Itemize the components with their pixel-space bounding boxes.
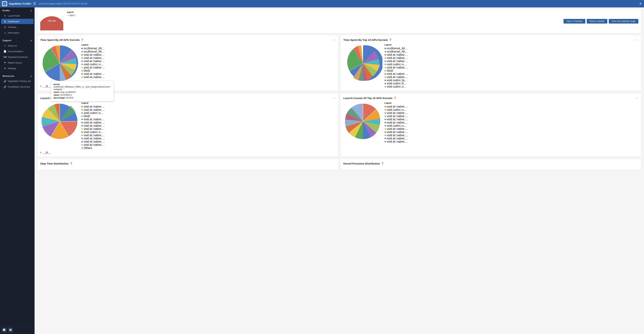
top-buttons-row: Open in Timeline Reset to default Zoom i… (564, 19, 638, 23)
reset-default-button[interactable]: Reset to default (587, 19, 607, 23)
chart2-legend: Legend ncclKernel_AllReduce_Ri...ncclKer… (384, 44, 408, 88)
chart2-more-icon[interactable]: ⋯ (636, 38, 638, 42)
sidebar-item-keyboard-shortcuts[interactable]: ⌨ Keyboard shortcuts (1, 54, 34, 60)
chart2-title: Time Spent By Top 15 GPU Kernels ❓ ⋯ (344, 38, 638, 42)
chart1-k-row: k (40, 85, 335, 88)
legend-item: DtoD (384, 69, 408, 72)
chart1-help-icon[interactable]: ❓ (81, 38, 84, 41)
sidebar-item-timeline[interactable]: ⊟ Timeline (1, 24, 34, 30)
legend-item: void at::native::unrolled_... (81, 140, 105, 143)
legend-item: void at::native::vectorize... (81, 76, 105, 79)
chart4-help-icon[interactable]: ❓ (394, 97, 396, 99)
sidebar-item-information[interactable]: ℹ Information (1, 30, 34, 35)
legend-item: void at::native::vectorize... (384, 121, 408, 124)
chart-row-2: Launch Counts Of All GPU Kernels ❓ ⋯ (38, 94, 641, 157)
chart-row-1: Time Spent By All GPU Kernels ❓ ⋯ (38, 35, 641, 91)
support-chevron[interactable]: ▲ (30, 39, 32, 41)
topbar-instance: pt-resnet-smppy-1xg4dn-2023-05-19-23-07-… (39, 2, 87, 5)
sidebar-item-load-profile[interactable]: ⬆ Load Profile (1, 13, 34, 18)
chart-launch-all: Launch Counts Of All GPU Kernels ❓ ⋯ (38, 94, 338, 157)
legend-item: void at::native::unrolled_... (384, 72, 408, 76)
topbar-close-icon[interactable]: ✕ (639, 2, 642, 6)
chart5-title: Step Time Distribution ❓ (40, 162, 335, 165)
timeline-icon: ⊟ (4, 26, 6, 28)
settings-icon: ⚙ (4, 67, 6, 70)
sidebar-item-dashboard[interactable]: ⊞ Dashboard (1, 19, 34, 24)
sagemaker-logo (2, 1, 7, 6)
legend-item: void at::native::vectorize... (384, 105, 408, 108)
legend-item: Others (81, 147, 105, 150)
legend-item: void at::native::vectorize... (384, 53, 408, 56)
chart-step-distribution: Step Time Distribution ❓ (38, 159, 338, 170)
legend-item: void at::native::vectorize... (384, 111, 408, 115)
legend-item: void at::native::vectorize... (384, 66, 408, 69)
chart3-k-input[interactable] (42, 151, 51, 154)
chart3-legend-items: void at::native::vectorize...void at::na… (81, 105, 105, 150)
sidebar-bottom: 📊 🔢 (0, 326, 34, 334)
sidebar: Profile ▲ ⬆ Load Profile ⊞ Dashboard ⊟ T… (0, 7, 34, 334)
chart1-title: Time Spent By All GPU Kernels ❓ ⋯ (40, 38, 335, 42)
tooltip-name-value: long, ncclWork*) (60, 91, 76, 93)
chart1-body: kernel ncclKernel_AllReduce_RING_LL_Sum_… (40, 44, 335, 83)
sidebar-item-sagemaker-training[interactable]: 🔗 SageMaker Training Job (1, 79, 34, 84)
about-icon: ℹ (4, 44, 6, 47)
legend-item: void at::native::vectorize... (384, 137, 408, 140)
top-partial-card: CPU idle legend — algo-1 Open in Timelin… (38, 9, 641, 33)
legend-item: void at::native::unrolled_... (384, 127, 408, 131)
chart4-more-icon[interactable]: ⋯ (636, 96, 638, 100)
topbar-title: SageMaker Profiler (9, 2, 31, 5)
legend-item: void at::native::vectorize... (81, 137, 105, 140)
legend-title: legend (67, 11, 92, 13)
topbar: SageMaker Profiler ☰ pt-resnet-smppy-1xg… (0, 0, 644, 7)
open-timeline-button[interactable]: Open in Timeline (564, 19, 585, 23)
chart-kernel-precision: Kernel Precision Distribution ❓ (340, 159, 641, 170)
chart3-more-icon[interactable]: ⋯ (332, 96, 335, 100)
chart3-help-icon[interactable]: ❓ (86, 97, 88, 99)
sidebar-item-report-issues[interactable]: ⚑ Report issuus (1, 60, 34, 65)
chart3-title: Launch Counts Of All GPU Kernels ❓ ⋯ (40, 96, 335, 100)
legend-item: void at::native::vectorize... (81, 60, 105, 63)
chart-row-3: Step Time Distribution ❓ Kernel Precisio… (38, 159, 641, 170)
legend-item: void at::native::vectorize... (384, 76, 408, 79)
chart1-more-icon[interactable]: ⋯ (332, 38, 335, 42)
topbar-menu[interactable]: ☰ (33, 2, 36, 6)
bottom-icon-1[interactable]: 📊 (2, 327, 7, 333)
resources-chevron[interactable]: ▲ (30, 75, 32, 77)
sidebar-item-documentation[interactable]: 📄 Documentation (1, 49, 34, 54)
sidebar-item-settings[interactable]: ⚙ Settings (1, 66, 34, 71)
chart2-legend-items: ncclKernel_AllReduce_Ri...ncclKernel_All… (384, 47, 408, 88)
charts-area: Time Spent By All GPU Kernels ❓ ⋯ (34, 33, 644, 172)
chart6-help-icon[interactable]: ❓ (381, 162, 384, 165)
legend-item: void at::native::vectorize... (81, 53, 105, 56)
chart5-help-icon[interactable]: ❓ (70, 162, 72, 165)
legend-item: void at::native::vectorize... (384, 115, 408, 118)
legend-item: void cudnn::ops::nchwTo... (384, 63, 408, 66)
chart4-legend: Legend void at::native::vectorize...void… (384, 102, 408, 143)
main-content: CPU idle legend — algo-1 Open in Timelin… (34, 7, 644, 334)
legend-item: DtoD (81, 69, 105, 72)
legend-item: void at::native::vectorize... (81, 56, 105, 60)
profile-chevron[interactable]: ▲ (30, 9, 32, 11)
sidebar-item-cloudwatch[interactable]: 🔗 CloudWatch Log Group (1, 84, 34, 90)
legend-item: void at::native::unrolled_... (81, 134, 105, 137)
legend-item: void at::native::vectorize... (81, 108, 105, 111)
chart1-legend: Legend ncclKernel_AllReduce_Ri...ncclKer… (81, 44, 105, 79)
information-icon: ℹ (4, 31, 6, 34)
legend-item: DtoD (81, 115, 105, 118)
report-icon: ⚑ (4, 61, 6, 64)
sagemaker-training-icon: 🔗 (4, 80, 6, 83)
chart3-body: Legend void at::native::vectorize...void… (40, 102, 335, 150)
chart1-legend-items: ncclKernel_AllReduce_Ri...ncclKernel_All… (81, 47, 105, 79)
cloudwatch-icon: 🔗 (4, 85, 6, 88)
bottom-icon-2[interactable]: 🔢 (8, 327, 13, 333)
documentation-icon: 📄 (4, 50, 6, 53)
legend-item: void at::native::vectorize... (384, 118, 408, 121)
zoom-selected-button[interactable]: Zoom into selected range (609, 19, 638, 23)
chart1-k-input[interactable] (42, 85, 51, 88)
chart2-help-icon[interactable]: ❓ (389, 38, 392, 41)
legend-item: void at::native::vectorize... (81, 121, 105, 124)
keyboard-icon: ⌨ (4, 56, 6, 58)
legend-item: ncclKernel_AllReduce_Ri... (81, 50, 105, 53)
sidebar-item-about-us[interactable]: ℹ About us (1, 43, 34, 48)
chart2-body: Legend ncclKernel_AllReduce_Ri...ncclKer… (344, 44, 638, 88)
